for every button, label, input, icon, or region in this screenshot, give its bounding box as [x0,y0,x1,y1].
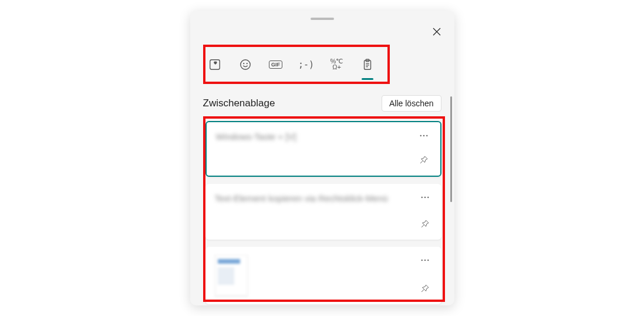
tab-clipboard[interactable] [360,58,375,72]
clipboard-item-actions [417,130,431,167]
pin-icon [420,283,430,294]
svg-point-1 [240,60,250,70]
section-title: Zwischenablage [203,98,275,109]
clipboard-item-actions [418,255,432,296]
clipboard-item-image [215,255,248,296]
svg-point-3 [246,63,247,64]
more-horizontal-icon [419,130,429,141]
svg-point-16 [424,260,425,261]
clipboard-item-text: Text-Element kopieren via Rechtsklick-Me… [215,192,418,231]
more-horizontal-icon [420,255,430,265]
svg-point-17 [427,260,429,261]
item-more-button[interactable] [420,255,430,268]
svg-point-10 [423,135,424,136]
section-header: Zwischenablage Alle löschen [203,95,441,112]
image-thumbnail [215,255,248,296]
svg-point-13 [424,197,425,198]
tab-emoji[interactable] [238,58,252,72]
pin-icon [419,154,429,165]
tab-gif[interactable]: GIF [269,58,283,72]
clipboard-item[interactable]: Text-Element kopieren via Rechtsklick-Me… [205,184,441,240]
item-more-button[interactable] [419,130,429,143]
clipboard-item[interactable] [205,247,441,304]
clipboard-icon [361,58,374,71]
item-more-button[interactable] [420,192,430,205]
more-horizontal-icon [420,192,430,203]
kaomoji-icon: ;-) [298,59,314,70]
symbols-icon: %℃Ω+ [331,59,343,70]
svg-point-9 [420,135,421,136]
tabs-bar: GIF ;-) %℃Ω+ [208,50,375,79]
svg-rect-0 [210,60,220,70]
svg-point-12 [421,197,422,198]
pin-icon [420,218,430,229]
svg-point-15 [421,260,422,261]
gif-icon: GIF [269,60,282,69]
tab-recent[interactable] [208,58,222,72]
sticker-heart-icon [208,58,221,71]
emoji-clipboard-panel: GIF ;-) %℃Ω+ Zwischenablage Alle löschen… [190,11,454,305]
scrollbar[interactable] [450,96,452,202]
emoji-icon [239,58,252,71]
clipboard-item-text: Windows-Taste + [V] [216,130,417,167]
drag-handle[interactable] [311,18,334,20]
item-pin-button[interactable] [420,218,430,231]
clipboard-item[interactable]: Windows-Taste + [V] [205,121,441,177]
clipboard-items-list: Windows-Taste + [V] Text-Element kopiere… [205,121,441,304]
svg-point-14 [427,197,429,198]
tab-kaomoji[interactable]: ;-) [299,58,313,72]
clear-all-button[interactable]: Alle löschen [382,95,441,112]
clipboard-item-actions [418,192,432,231]
close-icon [432,27,441,36]
svg-point-11 [426,135,427,136]
close-button[interactable] [432,27,441,39]
tab-symbols[interactable]: %℃Ω+ [330,58,344,72]
item-pin-button[interactable] [420,283,430,296]
svg-point-2 [243,63,244,64]
item-pin-button[interactable] [419,154,429,167]
